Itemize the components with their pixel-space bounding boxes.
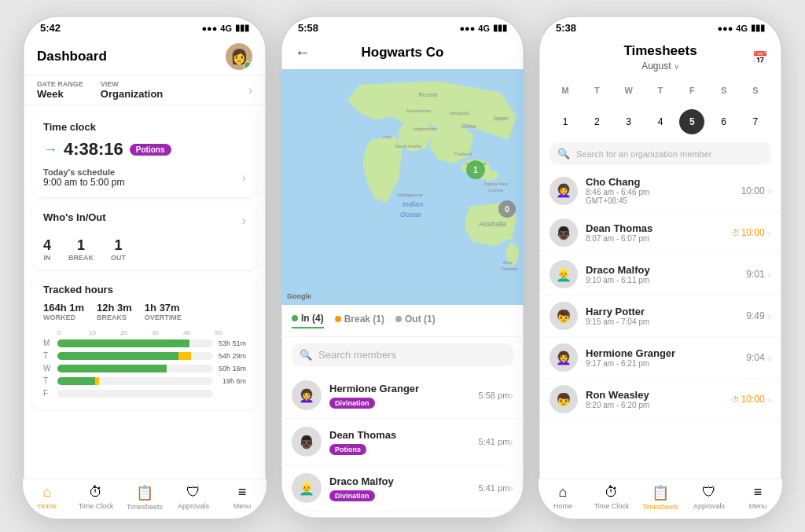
bar-yellow-T1: [178, 352, 191, 360]
nav-timeclock-1[interactable]: ⏱ Time Clock: [72, 484, 120, 511]
ts-member-draco[interactable]: 👱‍♂️ Draco Malfoy 9:10 am - 6:11 pm 9:01…: [539, 254, 782, 295]
battery-icon-1: ▮▮▮: [235, 23, 249, 33]
svg-text:China: China: [461, 123, 476, 129]
ts-name-hermione: Hermione Granger: [586, 347, 746, 359]
schedule-chevron-icon: ›: [242, 171, 246, 185]
ts-hours-hermione: 9:04: [746, 352, 764, 363]
nav-menu-1[interactable]: ≡ Menu: [218, 484, 266, 511]
status-icons-2: ●●● 4G ▮▮▮: [459, 23, 507, 33]
back-button[interactable]: ←: [295, 43, 311, 61]
nav-timeclock-3[interactable]: ⏱ Time Clock: [587, 484, 636, 511]
calendar-icon[interactable]: 📅: [752, 50, 768, 65]
breaks-val: 12h 3m: [97, 302, 132, 314]
ts-search-bar[interactable]: 🔍 Search for an organization member: [550, 142, 771, 165]
ts-member-ron[interactable]: 👦 Ron Weasley 8:20 am - 6:20 pm ⏱ 10:00 …: [539, 379, 782, 420]
nav-approvals-3[interactable]: 🛡 Approvals: [685, 484, 733, 511]
cal-date-1[interactable]: 1: [553, 109, 578, 134]
ts-avatar-dean: 👨🏿: [550, 218, 578, 247]
nav-timesheets-1[interactable]: 📋 Timesheets: [120, 484, 169, 511]
cal-date-7[interactable]: 7: [743, 109, 768, 134]
member-avatar-draco: 👱‍♂️: [292, 473, 322, 503]
ts-member-hermione[interactable]: 👩‍🦱 Hermione Granger 9:17 am - 6:21 pm 9…: [539, 337, 782, 379]
phone-dashboard: 5:42 ●●● 4G ▮▮▮ Dashboard 👩 DATE RANGE W…: [23, 16, 266, 519]
member-chevron-dean: ›: [509, 435, 513, 448]
tracked-hours-card: Tracked hours 164h 1m WORKED 12h 3m BREA…: [32, 276, 257, 409]
nav-home-3[interactable]: ⌂ Home: [539, 484, 587, 511]
member-badge-hermione: Divination: [329, 398, 375, 409]
ts-member-harry[interactable]: 👦 Harry Potter 9:15 am - 7:04 pm 9:49 ›: [539, 295, 782, 337]
ts-avatar-hermione: 👩‍🦱: [550, 343, 578, 372]
avatar[interactable]: 👩: [226, 43, 252, 70]
ts-info-hermione: Hermione Granger 9:17 am - 6:21 pm: [586, 347, 746, 368]
ts-member-cho[interactable]: 👩‍🦱 Cho Chang 8:46 am - 6:46 pm GMT+08:4…: [539, 170, 782, 212]
member-chevron-hermione: ›: [509, 389, 513, 402]
tracked-worked: 164h 1m WORKED: [43, 302, 84, 321]
ts-hours-cho: 10:00: [741, 185, 765, 196]
tab-in[interactable]: In (4): [292, 313, 324, 328]
tab-out[interactable]: Out (1): [395, 313, 436, 328]
member-time-hermione: 5:58 pm: [479, 391, 510, 400]
member-hermione[interactable]: 👩‍🦱 Hermione Granger Divination 5:58 pm …: [281, 372, 524, 419]
signal-icon-1: ●●●: [201, 24, 217, 33]
nav-menu-label-1: Menu: [233, 502, 252, 510]
cal-date-2[interactable]: 2: [584, 109, 609, 134]
breaks-label: BREAKS: [97, 314, 132, 321]
phone2-content: ← Hogwarts Co: [281, 35, 524, 519]
stat-out-num: 1: [111, 237, 126, 254]
date-range-value: Week: [37, 88, 83, 100]
svg-text:Japan: Japan: [492, 116, 508, 122]
bar-green-W: [57, 365, 167, 372]
member-draco[interactable]: 👱‍♂️ Draco Malfoy Divination 5:41 pm ›: [281, 465, 524, 512]
potions-badge: Potions: [130, 144, 171, 156]
member-badge-draco: Divination: [329, 490, 375, 501]
stat-break-num: 1: [68, 237, 94, 254]
menu-icon-3: ≡: [754, 484, 763, 501]
search-icon: 🔍: [300, 349, 312, 361]
cal-date-6[interactable]: 6: [711, 109, 737, 134]
phone-map: 5:58 ●●● 4G ▮▮▮ ← Hogwarts Co: [281, 16, 524, 519]
cal-date-3[interactable]: 3: [616, 109, 641, 134]
map-title: Hogwarts Co: [320, 45, 485, 61]
cal-date-5[interactable]: 5: [679, 109, 704, 134]
phone-timesheets: 5:38 ●●● 4G ▮▮▮ Timesheets August ∨ 📅 M …: [539, 16, 782, 519]
bar-track-M: [57, 339, 213, 347]
nav-menu-3[interactable]: ≡ Menu: [733, 484, 782, 511]
schedule-row[interactable]: Today's schedule 9:00 am to 5:00 pm ›: [43, 167, 246, 188]
member-chevron-draco: ›: [509, 482, 513, 494]
bar-yellow-T2: [95, 377, 100, 385]
nav-home-label-1: Home: [38, 502, 57, 510]
nav-timesheets-3[interactable]: 📋 Timesheets: [636, 484, 685, 511]
network-icon-2: 4G: [478, 24, 490, 33]
stat-in-num: 4: [43, 237, 51, 254]
ts-info-harry: Harry Potter 9:15 am - 7:04 pm: [586, 306, 746, 326]
svg-text:New: New: [503, 260, 513, 265]
member-search[interactable]: 🔍 Search members: [292, 343, 513, 366]
date-range-section: DATE RANGE Week: [37, 80, 83, 100]
phone3-content: Timesheets August ∨ 📅 M T W T F S S 1 2 …: [539, 35, 782, 479]
member-dean[interactable]: 👨🏿 Dean Thomas Potions 5:41 pm ›: [281, 419, 524, 465]
nav-approvals-1[interactable]: 🛡 Approvals: [169, 484, 218, 511]
chevron-right-icon: ›: [248, 83, 252, 97]
schedule-label: Today's schedule: [43, 167, 124, 177]
nav-home-1[interactable]: ⌂ Home: [23, 484, 72, 511]
ts-title: Timesheets: [623, 43, 697, 59]
timeclock-icon-3: ⏱: [605, 484, 619, 501]
nav-timesheets-label-3: Timesheets: [642, 503, 678, 511]
svg-text:Russia: Russia: [418, 91, 438, 98]
ts-avatar-ron: 👦: [550, 385, 578, 413]
cal-date-4[interactable]: 4: [648, 109, 673, 134]
bar-track-F: [57, 390, 213, 398]
member-ron[interactable]: 👦 Ron Weasley Herbology 5:41 pm ›: [281, 512, 524, 519]
tab-break[interactable]: Break (1): [335, 313, 384, 328]
map-container[interactable]: Russia China Mongolia Kazakhstan Afghani…: [281, 69, 524, 305]
member-time-draco: 5:41 pm: [479, 483, 510, 493]
ts-title-block: Timesheets August ∨: [623, 43, 697, 72]
date-range-label: DATE RANGE: [37, 80, 83, 88]
approvals-icon-3: 🛡: [702, 484, 716, 501]
ts-member-dean[interactable]: 👨🏿 Dean Thomas 8:07 am - 6:07 pm ⏱ 10:00…: [539, 212, 782, 254]
date-range-row[interactable]: DATE RANGE Week VIEW Organization ›: [23, 75, 266, 105]
nav-home-label-3: Home: [553, 502, 572, 510]
stat-break-label: BREAK: [68, 254, 94, 262]
svg-text:Australia: Australia: [478, 220, 506, 228]
member-info-hermione: Hermione Granger Divination: [329, 383, 479, 409]
